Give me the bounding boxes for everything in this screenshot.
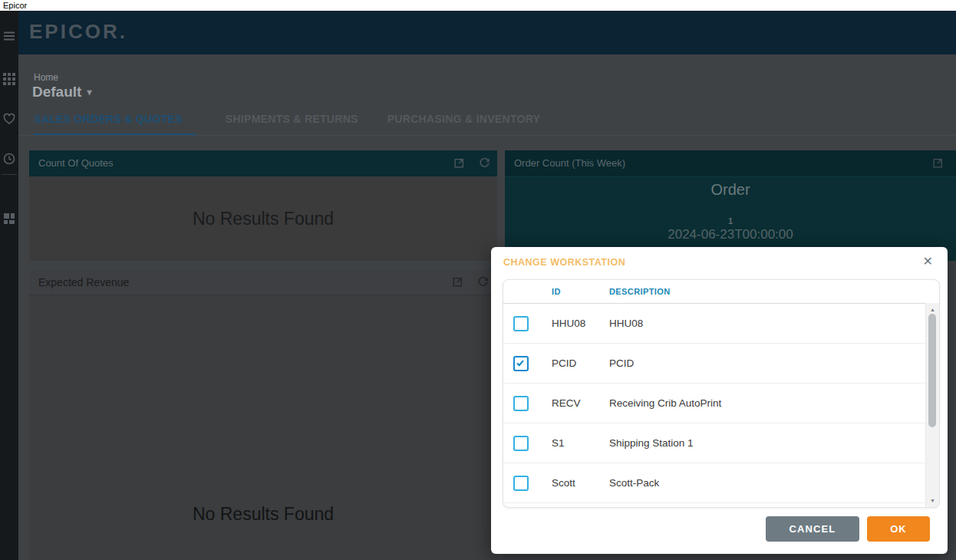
- cancel-button[interactable]: CANCEL: [766, 516, 859, 542]
- workstation-description: Receiving Crib AutoPrint: [609, 397, 721, 409]
- breadcrumb: Home: [34, 72, 58, 83]
- workstation-description: HHU08: [609, 318, 643, 329]
- table-row[interactable]: PCID PCID: [503, 344, 939, 384]
- scroll-up-icon[interactable]: ▲: [926, 307, 939, 312]
- scrollbar-thumb[interactable]: [928, 314, 936, 427]
- table-row[interactable]: RECV Receiving Crib AutoPrint: [503, 384, 939, 423]
- card-actions: [453, 157, 490, 169]
- card-header: Order Count (This Week): [505, 150, 956, 177]
- tab-purchasing-inventory[interactable]: PURCHASING & INVENTORY: [387, 113, 541, 136]
- workstation-list-rows: HHU08 HHU08 PCID PCID RECV Receiving Cri…: [503, 304, 939, 503]
- checkbox-unchecked[interactable]: [513, 436, 529, 451]
- checkbox-cell: [503, 316, 552, 331]
- card-expected-revenue: Expected Revenue No Results Found: [29, 270, 497, 560]
- window-titlebar: Epicor: [0, 0, 956, 11]
- empty-state-message: No Results Found: [29, 176, 497, 261]
- checkbox-cell: [503, 436, 552, 451]
- card-order-count: Order Count (This Week) Order 1 2024-06-…: [505, 150, 956, 261]
- refresh-icon[interactable]: [479, 157, 490, 169]
- checkbox-unchecked[interactable]: [513, 396, 529, 411]
- workstation-id: RECV: [552, 397, 609, 409]
- workstation-description: Shipping Station 1: [609, 437, 694, 449]
- checkbox-cell: [503, 396, 552, 411]
- sidebar: [0, 11, 18, 560]
- open-in-new-icon[interactable]: [453, 157, 465, 169]
- window-title: Epicor: [3, 0, 27, 11]
- scroll-down-icon[interactable]: ▼: [926, 498, 939, 503]
- menu-icon[interactable]: [2, 29, 16, 43]
- chart-legend: Order: [505, 181, 956, 199]
- tab-bar: SALES ORDERS & QUOTES SHIPMENTS & RETURN…: [34, 113, 540, 136]
- chart-value: 1: [505, 216, 956, 226]
- apps-grid-icon[interactable]: [2, 72, 16, 86]
- checkbox-unchecked[interactable]: [513, 476, 529, 491]
- tab-sales-orders-quotes[interactable]: SALES ORDERS & QUOTES: [34, 113, 196, 136]
- tab-bar-divider: [18, 135, 956, 136]
- list-header-row: ID DESCRIPTION: [503, 280, 939, 304]
- change-workstation-dialog: CHANGE WORKSTATION ✕ ID DESCRIPTION HHU0…: [491, 247, 948, 554]
- chart-axis-label: 2024-06-23T00:00:00: [505, 227, 956, 242]
- workstation-description: Scott-Pack: [609, 477, 659, 489]
- card-header: Count Of Quotes: [29, 150, 497, 176]
- card-title: Order Count (This Week): [514, 150, 625, 176]
- dashboards-icon[interactable]: [2, 212, 16, 226]
- workstation-list: ID DESCRIPTION HHU08 HHU08 PCID PCID REC…: [503, 279, 940, 508]
- tab-shipments-returns[interactable]: SHIPMENTS & RETURNS: [226, 113, 358, 136]
- card-title: Count Of Quotes: [38, 150, 114, 176]
- page-selector[interactable]: Default▾: [32, 84, 91, 100]
- open-in-new-icon[interactable]: [932, 157, 944, 169]
- favorites-heart-icon[interactable]: [2, 112, 16, 126]
- recent-clock-icon[interactable]: [2, 152, 16, 166]
- card-actions: [452, 276, 489, 288]
- dialog-title: CHANGE WORKSTATION: [503, 257, 625, 268]
- ok-button[interactable]: OK: [867, 516, 930, 542]
- refresh-icon[interactable]: [477, 276, 489, 288]
- checkbox-unchecked[interactable]: [513, 316, 529, 331]
- column-header-id: ID: [552, 287, 609, 296]
- scrollbar[interactable]: ▲ ▼: [925, 303, 939, 507]
- table-row[interactable]: Scott Scott-Pack: [503, 463, 939, 503]
- checkbox-checked[interactable]: [513, 356, 529, 371]
- table-row[interactable]: HHU08 HHU08: [503, 304, 939, 344]
- open-in-new-icon[interactable]: [452, 276, 463, 288]
- workstation-id: PCID: [552, 357, 609, 369]
- close-icon[interactable]: ✕: [923, 254, 933, 269]
- epicor-logo: EPICOR.: [29, 20, 127, 44]
- sidebar-divider: [2, 174, 17, 175]
- app-header: EPICOR.: [18, 11, 956, 54]
- card-actions: [932, 157, 944, 169]
- card-title: Expected Revenue: [38, 270, 129, 295]
- card-count-of-quotes: Count Of Quotes No Results Found: [29, 150, 497, 261]
- workstation-description: PCID: [609, 357, 634, 369]
- page-title: Default: [32, 84, 81, 100]
- workstation-id: S1: [552, 437, 609, 449]
- app-screen: Epicor: [0, 0, 956, 560]
- workstation-id: HHU08: [552, 318, 609, 329]
- chevron-down-icon: ▾: [87, 87, 91, 97]
- column-header-description: DESCRIPTION: [609, 287, 671, 296]
- checkbox-cell: [503, 356, 552, 371]
- card-header: Expected Revenue: [29, 270, 497, 295]
- table-row[interactable]: S1 Shipping Station 1: [503, 423, 939, 463]
- workstation-id: Scott: [552, 477, 609, 489]
- checkbox-cell: [503, 476, 552, 491]
- empty-state-message: No Results Found: [29, 504, 497, 525]
